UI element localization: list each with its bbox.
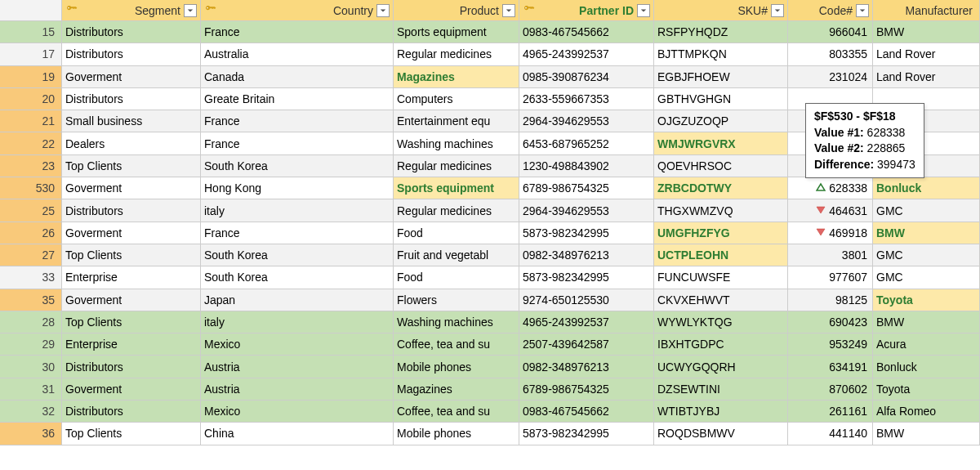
cell-segment[interactable]: Top Clients	[62, 155, 201, 177]
cell-partner-id[interactable]: 5873-982342995	[519, 266, 654, 289]
cell-country[interactable]: France	[201, 21, 394, 43]
cell-country[interactable]: Australia	[201, 43, 394, 65]
cell-partner-id[interactable]: 0983-467545662	[519, 401, 654, 423]
cell-sku-[interactable]: DZSEWTINI	[654, 378, 788, 401]
cell-segment[interactable]: Enterprise	[62, 266, 201, 289]
row-number[interactable]: 26	[0, 222, 62, 244]
row-number[interactable]: 530	[0, 177, 62, 199]
cell-sku-[interactable]: WYWLYKTQG	[654, 311, 788, 333]
cell-country[interactable]: France	[201, 222, 394, 244]
cell-manufacturer[interactable]: Land Rover	[873, 66, 980, 88]
cell-code-[interactable]: 870602	[788, 378, 873, 401]
cell-code-[interactable]: 803355	[788, 43, 873, 65]
cell-sku-[interactable]: UCTPLEOHN	[654, 244, 788, 266]
cell-segment[interactable]: Distributors	[62, 43, 201, 65]
cell-code-[interactable]: 977607	[788, 266, 873, 289]
cell-product[interactable]: Food	[394, 266, 519, 289]
col-header-manufacturer[interactable]: Manufacturer	[873, 0, 980, 21]
cell-partner-id[interactable]: 0982-348976213	[519, 244, 654, 266]
cell-country[interactable]: italy	[201, 199, 394, 222]
row-number[interactable]: 19	[0, 66, 62, 88]
cell-product[interactable]: Magazines	[394, 378, 519, 401]
cell-sku-[interactable]: RSFPYHQDZ	[654, 21, 788, 43]
cell-product[interactable]: Food	[394, 222, 519, 244]
cell-sku-[interactable]: FUNCUWSFE	[654, 266, 788, 289]
cell-manufacturer[interactable]: GMC	[873, 244, 980, 266]
row-number[interactable]: 33	[0, 266, 62, 289]
cell-partner-id[interactable]: 4965-243992537	[519, 311, 654, 333]
row-number[interactable]: 21	[0, 110, 62, 132]
col-header-sku-[interactable]: SKU#	[654, 0, 788, 21]
cell-product[interactable]: Coffee, tea and su	[394, 333, 519, 356]
cell-product[interactable]: Mobile phones	[394, 423, 519, 445]
cell-segment[interactable]: Goverment	[62, 177, 201, 199]
cell-product[interactable]: Coffee, tea and su	[394, 401, 519, 423]
cell-country[interactable]: South Korea	[201, 155, 394, 177]
cell-partner-id[interactable]: 5873-982342995	[519, 423, 654, 445]
cell-segment[interactable]: Distributors	[62, 401, 201, 423]
cell-segment[interactable]: Top Clients	[62, 244, 201, 266]
cell-code-[interactable]: 261161	[788, 401, 873, 423]
row-number[interactable]: 27	[0, 244, 62, 266]
cell-country[interactable]: France	[201, 132, 394, 154]
cell-country[interactable]: South Korea	[201, 244, 394, 266]
cell-country[interactable]: Austria	[201, 378, 394, 401]
cell-partner-id[interactable]: 0982-348976213	[519, 356, 654, 378]
col-header-product[interactable]: Product	[394, 0, 519, 21]
row-number[interactable]: 28	[0, 311, 62, 333]
row-number[interactable]: 31	[0, 378, 62, 401]
cell-segment[interactable]: Goverment	[62, 289, 201, 311]
row-number[interactable]: 17	[0, 43, 62, 65]
cell-product[interactable]: Fruit and vegetabl	[394, 244, 519, 266]
cell-partner-id[interactable]: 9274-650125530	[519, 289, 654, 311]
row-number[interactable]: 23	[0, 155, 62, 177]
cell-sku-[interactable]: CKVXEHWVT	[654, 289, 788, 311]
cell-sku-[interactable]: ZRBCDOTWY	[654, 177, 788, 199]
cell-manufacturer[interactable]: BMW	[873, 21, 980, 43]
col-header-partner-id[interactable]: Partner ID	[519, 0, 654, 21]
cell-country[interactable]: South Korea	[201, 266, 394, 289]
cell-partner-id[interactable]: 0983-467545662	[519, 21, 654, 43]
filter-dropdown-icon[interactable]	[637, 4, 650, 17]
cell-sku-[interactable]: UCWYGQQRH	[654, 356, 788, 378]
cell-code-[interactable]: 3801	[788, 244, 873, 266]
cell-manufacturer[interactable]: GMC	[873, 199, 980, 222]
cell-product[interactable]: Regular medicines	[394, 199, 519, 222]
cell-country[interactable]: Austria	[201, 356, 394, 378]
cell-sku-[interactable]: UMGFHZFYG	[654, 222, 788, 244]
cell-sku-[interactable]: EGBJFHOEW	[654, 66, 788, 88]
cell-product[interactable]: Regular medicines	[394, 43, 519, 65]
cell-partner-id[interactable]: 5873-982342995	[519, 222, 654, 244]
cell-country[interactable]: Mexico	[201, 333, 394, 356]
cell-code-[interactable]: 690423	[788, 311, 873, 333]
cell-sku-[interactable]: ROQDSBMWV	[654, 423, 788, 445]
cell-segment[interactable]: Distributors	[62, 21, 201, 43]
cell-product[interactable]: Washing machines	[394, 132, 519, 154]
cell-product[interactable]: Magazines	[394, 66, 519, 88]
cell-product[interactable]: Computers	[394, 88, 519, 110]
row-number[interactable]: 20	[0, 88, 62, 110]
cell-partner-id[interactable]: 2964-394629553	[519, 110, 654, 132]
cell-code-[interactable]: 441140	[788, 423, 873, 445]
cell-partner-id[interactable]: 1230-498843902	[519, 155, 654, 177]
cell-product[interactable]: Sports equipment	[394, 177, 519, 199]
cell-partner-id[interactable]: 2633-559667353	[519, 88, 654, 110]
cell-code-[interactable]: 634191	[788, 356, 873, 378]
cell-code-[interactable]: 953249	[788, 333, 873, 356]
row-number[interactable]: 36	[0, 423, 62, 445]
cell-segment[interactable]: Distributors	[62, 88, 201, 110]
cell-manufacturer[interactable]: Toyota	[873, 378, 980, 401]
cell-manufacturer[interactable]: Bonluck	[873, 356, 980, 378]
cell-sku-[interactable]: OJGZUZOQP	[654, 110, 788, 132]
cell-partner-id[interactable]: 6453-687965252	[519, 132, 654, 154]
cell-manufacturer[interactable]: Alfa Romeo	[873, 401, 980, 423]
col-header-code-[interactable]: Code#	[788, 0, 873, 21]
cell-segment[interactable]: Top Clients	[62, 311, 201, 333]
col-header-country[interactable]: Country	[201, 0, 394, 21]
cell-country[interactable]: Japan	[201, 289, 394, 311]
cell-product[interactable]: Flowers	[394, 289, 519, 311]
cell-partner-id[interactable]: 0985-390876234	[519, 66, 654, 88]
row-number[interactable]: 35	[0, 289, 62, 311]
cell-partner-id[interactable]: 2507-439642587	[519, 333, 654, 356]
cell-code-[interactable]: 628338	[788, 177, 873, 199]
